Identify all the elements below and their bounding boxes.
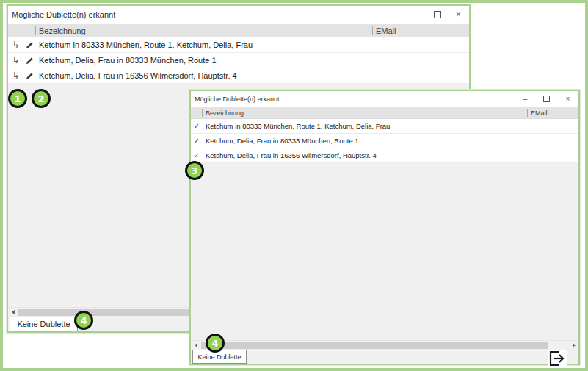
check-cell[interactable]: ✓: [191, 123, 203, 130]
table-row[interactable]: ↳ Ketchum, Delia, Frau in 16356 Wilmersd…: [8, 68, 469, 84]
row-label: Ketchum, Delia, Frau in 80333 München, R…: [203, 137, 578, 145]
table-row[interactable]: ↳ Ketchum in 80333 München, Route 1, Ket…: [8, 37, 469, 53]
column-email[interactable]: EMail: [527, 109, 578, 117]
callout-badge-3: 3: [185, 161, 204, 180]
row-label: Ketchum in 80333 München, Route 1, Ketch…: [203, 122, 578, 130]
column-branch-icon[interactable]: [8, 26, 23, 35]
scrollbar-track[interactable]: [200, 341, 569, 350]
bottom-bar: Keine Dublette: [191, 350, 578, 364]
duplicate-dialog-front: Mögliche Dublette(n) erkannt – × Bezeich…: [189, 90, 580, 365]
merge-arrow-cell[interactable]: ↳: [8, 56, 23, 65]
table-header: Bezeichnung EMail: [8, 24, 469, 37]
table-row[interactable]: ✓ Ketchum, Delia, Frau in 80333 München,…: [191, 134, 578, 148]
exit-arrow-icon: [548, 350, 567, 367]
merge-arrow-cell[interactable]: ↳: [8, 40, 23, 49]
check-cell[interactable]: ✓: [191, 152, 203, 159]
scroll-left-icon: [12, 310, 15, 314]
scroll-right-icon: [573, 343, 576, 347]
branch-arrow-icon: ↳: [12, 71, 19, 80]
check-cell[interactable]: ✓: [191, 137, 203, 145]
table-row[interactable]: ✓ Ketchum, Delia, Frau in 16356 Wilmersd…: [191, 148, 578, 163]
row-label: Ketchum, Delia, Frau in 80333 München, R…: [36, 56, 469, 65]
column-email[interactable]: EMail: [372, 26, 469, 35]
row-label: Ketchum in 80333 München, Route 1, Ketch…: [36, 40, 469, 49]
scrollbar-thumb[interactable]: [201, 342, 548, 349]
edit-cell[interactable]: [23, 72, 36, 80]
window-controls: – ×: [405, 6, 469, 24]
keine-dublette-button[interactable]: Keine Dublette: [192, 350, 247, 364]
column-bezeichnung[interactable]: Bezeichnung: [36, 26, 372, 35]
check-icon: ✓: [194, 137, 200, 145]
scroll-left-icon: [195, 343, 197, 347]
column-check-icon[interactable]: [191, 109, 203, 117]
window-title: Mögliche Dublette(n) erkannt: [12, 10, 115, 19]
column-edit-icon[interactable]: [23, 26, 36, 35]
window-controls: – ×: [515, 91, 578, 107]
maximize-button[interactable]: [427, 6, 448, 24]
check-icon: ✓: [194, 123, 200, 130]
table-row[interactable]: ↳ Ketchum, Delia, Frau in 80333 München,…: [8, 53, 469, 68]
maximize-icon: [543, 96, 550, 102]
callout-badge-2: 2: [32, 89, 51, 108]
titlebar: Mögliche Dublette(n) erkannt – ×: [191, 91, 578, 107]
scroll-left-button[interactable]: [8, 308, 18, 317]
window-title: Mögliche Dublette(n) erkannt: [195, 96, 280, 103]
row-label: Ketchum, Delia, Frau in 16356 Wilmersdor…: [36, 71, 469, 80]
check-icon: ✓: [194, 152, 200, 159]
horizontal-scrollbar[interactable]: [191, 340, 578, 350]
titlebar: Mögliche Dublette(n) erkannt – ×: [8, 6, 469, 24]
row-label: Ketchum, Delia, Frau in 16356 Wilmersdor…: [203, 151, 578, 159]
maximize-button[interactable]: [536, 91, 557, 107]
callout-badge-4-back: 4: [74, 311, 93, 330]
close-button[interactable]: ×: [448, 6, 469, 24]
pencil-icon: [26, 57, 34, 65]
table-header: Bezeichnung EMail: [191, 107, 578, 119]
empty-list-area: [191, 163, 578, 340]
table-row[interactable]: ✓ Ketchum in 80333 München, Route 1, Ket…: [191, 119, 578, 134]
minimize-button[interactable]: –: [515, 91, 536, 107]
edit-cell[interactable]: [23, 41, 36, 49]
minimize-button[interactable]: –: [405, 6, 427, 24]
branch-arrow-icon: ↳: [12, 56, 19, 65]
keine-dublette-button[interactable]: Keine Dublette: [10, 317, 78, 331]
callout-badge-1: 1: [8, 89, 27, 108]
pencil-icon: [26, 41, 34, 49]
merge-arrow-cell[interactable]: ↳: [8, 71, 23, 80]
close-button[interactable]: ×: [557, 91, 578, 107]
maximize-icon: [434, 11, 441, 18]
scroll-right-button[interactable]: [569, 341, 578, 350]
edit-cell[interactable]: [23, 57, 36, 65]
column-bezeichnung[interactable]: Bezeichnung: [203, 109, 527, 117]
branch-arrow-icon: ↳: [12, 40, 19, 49]
callout-badge-4-front: 4: [206, 334, 225, 353]
scroll-left-button[interactable]: [191, 341, 200, 350]
annotated-screenshot-frame: Mögliche Dublette(n) erkannt – × Bezeich…: [0, 0, 588, 371]
pencil-icon: [26, 72, 34, 80]
